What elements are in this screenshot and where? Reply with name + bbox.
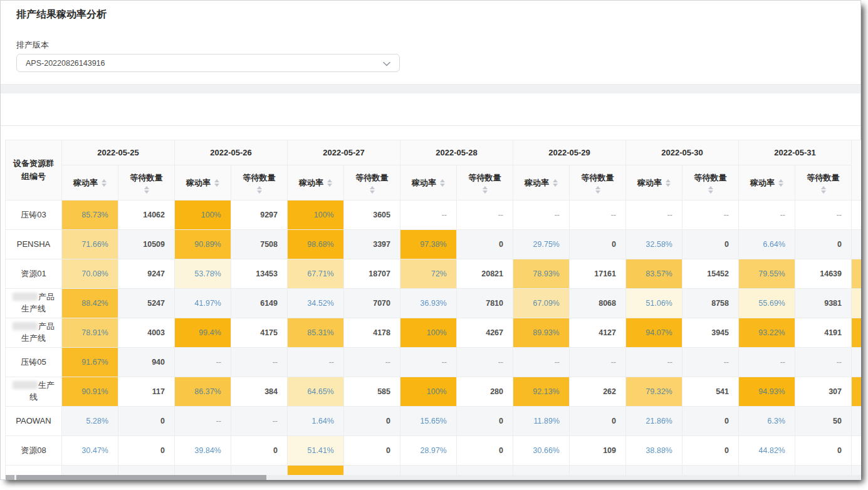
clipped-next-column-header	[852, 140, 862, 201]
caret-up-icon	[553, 179, 558, 182]
wait-column-header[interactable]: 等待数量	[344, 165, 400, 201]
wait-cell: --	[682, 348, 739, 377]
row-label: 产品生产线	[6, 318, 62, 348]
horizontal-scrollbar-thumb[interactable]	[16, 475, 266, 480]
rate-column-header[interactable]: 稼动率	[62, 165, 118, 201]
section-separator-band	[1, 84, 860, 93]
table-row: PAOWAN5.28%0----1.64%015.65%011.89%021.8…	[6, 407, 862, 436]
table-row: 压铸0385.73%14062100%9297100%3605---------…	[6, 201, 862, 230]
version-select[interactable]: APS-20220826143916	[16, 54, 400, 72]
rate-cell: 5.28%	[62, 407, 118, 436]
row-label	[6, 466, 62, 476]
table-row: 资源0170.08%924753.78%1345367.71%1870772%2…	[6, 259, 862, 289]
wait-cell	[231, 466, 288, 476]
wait-cell: 384	[231, 377, 288, 407]
wait-cell: 0	[795, 436, 852, 466]
rate-cell: 85.31%	[288, 318, 344, 348]
wait-cell: 17161	[570, 259, 626, 289]
rate-cell: 86.37%	[175, 377, 231, 407]
utilization-table: 设备资源群组编号2022-05-252022-05-262022-05-2720…	[5, 140, 861, 475]
caret-down-icon	[370, 190, 375, 194]
caret-down-icon	[257, 190, 262, 194]
rate-cell: --	[513, 348, 570, 377]
rate-column-header[interactable]: 稼动率	[175, 165, 231, 201]
wait-cell: 7508	[231, 230, 288, 259]
scrollbar-left-button[interactable]	[6, 475, 14, 480]
caret-up-icon	[821, 186, 826, 189]
rate-column-header[interactable]: 稼动率	[739, 165, 795, 201]
sort-icon[interactable]	[214, 179, 219, 187]
sort-icon[interactable]	[102, 179, 107, 187]
caret-down-icon	[595, 190, 600, 194]
caret-up-icon	[370, 186, 375, 189]
rate-cell: 38.88%	[626, 436, 682, 466]
rate-cell: 100%	[400, 318, 457, 348]
wait-cell: --	[795, 348, 852, 377]
rate-cell: 11.89%	[513, 407, 570, 436]
wait-column-header[interactable]: 等待数量	[457, 165, 513, 201]
sort-icon[interactable]	[483, 186, 488, 194]
sort-icon[interactable]	[327, 179, 332, 187]
version-select-value: APS-20220826143916	[26, 59, 105, 68]
wait-cell	[457, 466, 513, 476]
sort-icon[interactable]	[708, 186, 713, 194]
wait-cell: 10509	[118, 230, 175, 259]
wait-column-header[interactable]: 等待数量	[570, 165, 626, 201]
wait-cell: 0	[682, 230, 739, 259]
rate-cell: 79.32%	[626, 377, 682, 407]
wait-column-header[interactable]: 等待数量	[231, 165, 288, 201]
rate-cell: 93.22%	[739, 318, 795, 348]
rate-cell: 79.55%	[739, 259, 795, 289]
sort-icon[interactable]	[370, 186, 375, 194]
wait-cell: 280	[457, 377, 513, 407]
rate-cell: 30.66%	[513, 436, 570, 466]
sort-icon[interactable]	[666, 179, 671, 187]
rate-cell: 83.57%	[626, 259, 682, 289]
wait-cell	[795, 466, 852, 476]
wait-column-header[interactable]: 等待数量	[682, 165, 739, 201]
wait-cell: 0	[570, 407, 626, 436]
rate-cell: 78.93%	[513, 259, 570, 289]
app-card: 排产结果稼动率分析 排产版本 APS-20220826143916 设备资源群组…	[0, 0, 861, 480]
table-row-partial	[6, 466, 862, 476]
rate-cell: --	[175, 407, 231, 436]
sort-icon[interactable]	[821, 186, 826, 194]
rate-column-header[interactable]: 稼动率	[400, 165, 457, 201]
wait-cell: 0	[344, 436, 400, 466]
sort-icon[interactable]	[553, 179, 558, 187]
page-title: 排产结果稼动率分析	[16, 8, 107, 21]
table-header-date-row: 设备资源群组编号2022-05-252022-05-262022-05-2720…	[6, 140, 862, 165]
rate-cell: 51.06%	[626, 289, 682, 318]
rate-cell: 34.52%	[288, 289, 344, 318]
sort-icon[interactable]	[595, 186, 600, 194]
wait-cell	[570, 466, 626, 476]
wait-cell: 4175	[231, 318, 288, 348]
rate-column-header[interactable]: 稼动率	[626, 165, 682, 201]
wait-column-header[interactable]: 等待数量	[118, 165, 175, 201]
sort-icon[interactable]	[440, 179, 445, 187]
rate-column-header[interactable]: 稼动率	[288, 165, 344, 201]
wait-cell: 3945	[682, 318, 739, 348]
wait-cell: 20821	[457, 259, 513, 289]
rate-cell: 94.93%	[739, 377, 795, 407]
clipped-next-column-cell	[852, 289, 862, 318]
sort-icon[interactable]	[257, 186, 262, 194]
wait-cell: 9381	[795, 289, 852, 318]
wait-cell: 6149	[231, 289, 288, 318]
row-label: 资源01	[6, 259, 62, 289]
redacted-label-blur	[13, 293, 38, 301]
clipped-next-column-cell	[852, 348, 862, 377]
horizontal-scrollbar[interactable]	[5, 475, 861, 480]
rate-cell: 88.42%	[62, 289, 118, 318]
wait-column-header[interactable]: 等待数量	[795, 165, 852, 201]
caret-down-icon	[102, 184, 107, 187]
sort-icon[interactable]	[144, 186, 149, 194]
rate-column-header[interactable]: 稼动率	[513, 165, 570, 201]
date-header: 2022-05-27	[288, 140, 400, 165]
rate-cell: 70.08%	[62, 259, 118, 289]
rate-cell: --	[739, 348, 795, 377]
clipped-next-column-cell	[852, 407, 862, 436]
sort-icon[interactable]	[778, 179, 783, 187]
caret-up-icon	[214, 179, 219, 182]
rate-cell: 30.47%	[62, 436, 118, 466]
